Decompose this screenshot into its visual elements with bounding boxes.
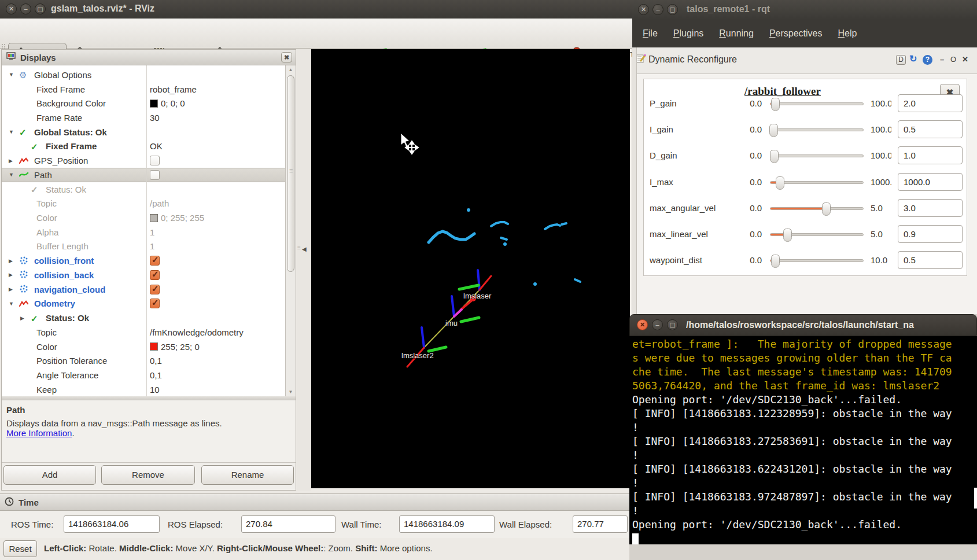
tree-row-angle-tolerance[interactable]: Angle Tolerance0,1: [2, 368, 296, 382]
slider-thumb[interactable]: [770, 150, 779, 163]
terminal-output[interactable]: et=robot_frame ]: The majority of droppe…: [629, 336, 977, 544]
maximize-icon[interactable]: ▢: [35, 3, 46, 14]
tree-row-value[interactable]: [150, 170, 160, 180]
time-panel-header[interactable]: Time: [0, 493, 632, 511]
close-icon[interactable]: ✕: [638, 4, 649, 15]
terminal-titlebar[interactable]: ✕ – ▢ /home/talos/rosworkspace/src/talos…: [629, 314, 977, 336]
chevron-right-icon[interactable]: ▶: [9, 258, 13, 264]
tree-row-value[interactable]: 0; 255; 255: [150, 213, 204, 223]
slider-thumb[interactable]: [783, 229, 792, 242]
tree-row-topic[interactable]: Topic/path: [2, 196, 296, 211]
tree-row-value[interactable]: 1: [150, 241, 154, 251]
add-button[interactable]: Add: [3, 465, 96, 485]
tree-row-value[interactable]: 10: [150, 385, 160, 395]
tree-row-value[interactable]: /path: [150, 198, 169, 208]
collapse-panel-icon[interactable]: ◀: [302, 246, 307, 252]
checkbox-checked[interactable]: [150, 299, 160, 308]
tree-row-fixed-frame[interactable]: Fixed Framerobot_frame: [2, 82, 296, 97]
ros-elapsed-input[interactable]: 270.84: [241, 515, 336, 533]
menu-plugins[interactable]: Plugins: [673, 28, 703, 39]
dock-minimize-icon[interactable]: –: [940, 55, 944, 64]
checkbox-checked[interactable]: [150, 270, 160, 280]
tree-row-value[interactable]: [150, 270, 160, 280]
param-slider[interactable]: [770, 233, 864, 236]
tree-row-fixed-frame[interactable]: ✓Fixed FrameOK: [2, 139, 296, 154]
minimize-icon[interactable]: –: [20, 3, 31, 14]
scroll-down-icon[interactable]: ▼: [287, 389, 294, 395]
tree-row-buffer-length[interactable]: Buffer Length1: [2, 240, 296, 254]
terminal-scrollbar[interactable]: [974, 488, 977, 509]
chevron-right-icon[interactable]: ▶: [9, 272, 13, 278]
param-slider[interactable]: [770, 154, 864, 157]
ros-time-input[interactable]: 1418663184.06: [64, 515, 160, 533]
tree-row-value[interactable]: OK: [150, 141, 163, 151]
reset-button[interactable]: Reset: [3, 540, 37, 557]
menu-help[interactable]: Help: [838, 28, 857, 39]
tree-row-status-ok[interactable]: ✓Status: Ok: [2, 182, 296, 197]
more-information-link[interactable]: More Information: [6, 428, 72, 438]
help-icon[interactable]: ?: [923, 55, 932, 65]
param-value-input[interactable]: 1000.0: [898, 173, 963, 191]
chevron-down-icon[interactable]: ▼: [9, 172, 14, 178]
remove-button[interactable]: Remove: [101, 465, 195, 485]
tree-row-background-color[interactable]: Background Color0; 0; 0: [2, 96, 296, 110]
param-value-input[interactable]: 0.5: [898, 120, 963, 138]
param-value-input[interactable]: 2.0: [898, 94, 963, 112]
rename-button[interactable]: Rename: [201, 465, 294, 485]
slider-thumb[interactable]: [776, 176, 784, 190]
tree-row-alpha[interactable]: Alpha1: [2, 225, 296, 240]
param-value-input[interactable]: 3.0: [898, 199, 963, 217]
refresh-icon[interactable]: ↻: [909, 53, 917, 64]
checkbox-checked[interactable]: [150, 256, 160, 266]
tree-row-frame-rate[interactable]: Frame Rate30: [2, 110, 296, 125]
tree-column-divider[interactable]: [146, 65, 147, 396]
tree-row-value[interactable]: /fmKnowledge/odometry: [150, 327, 244, 337]
minimize-icon[interactable]: –: [652, 319, 663, 330]
menu-perspectives[interactable]: Perspectives: [769, 28, 823, 39]
chevron-right-icon[interactable]: ▶: [20, 315, 24, 321]
chevron-right-icon[interactable]: ▶: [9, 286, 13, 292]
close-icon[interactable]: ✕: [637, 319, 648, 330]
param-slider[interactable]: [770, 259, 864, 262]
tree-row-topic[interactable]: Topic/fmKnowledge/odometry: [2, 325, 296, 340]
param-value-input[interactable]: 0.9: [898, 225, 963, 243]
checkbox-unchecked[interactable]: [150, 170, 160, 180]
slider-thumb[interactable]: [822, 202, 831, 216]
tree-row-position-tolerance[interactable]: Position Tolerance0,1: [2, 353, 296, 368]
menu-running[interactable]: Running: [719, 28, 754, 39]
scroll-up-icon[interactable]: ▲: [287, 67, 294, 72]
rviz-titlebar[interactable]: ✕ – ▢ gslam_talos.rviz* - RViz: [0, 0, 632, 19]
tree-row-value[interactable]: 1: [150, 227, 154, 237]
tree-row-collision-front[interactable]: ▶collision_front: [2, 253, 296, 268]
checkbox-unchecked[interactable]: [150, 156, 160, 165]
tree-row-value[interactable]: 0; 0; 0: [150, 98, 185, 108]
slider-thumb[interactable]: [771, 98, 780, 111]
displays-close-button[interactable]: ✖: [281, 52, 292, 62]
tree-row-gps-position[interactable]: ▶GPS_Position: [2, 153, 296, 168]
dock-restore-icon[interactable]: O: [950, 55, 956, 64]
param-slider[interactable]: [770, 181, 864, 184]
tree-row-value[interactable]: [150, 256, 160, 266]
tree-row-value[interactable]: 255; 25; 0: [150, 342, 200, 352]
tree-row-status-ok[interactable]: ▶✓Status: Ok: [2, 311, 296, 325]
maximize-icon[interactable]: ▢: [667, 319, 678, 330]
dynamic-reconfigure-header[interactable]: Dynamic Reconfigure D ↻ ? – O ✕: [632, 47, 977, 74]
tree-row-navigation-cloud[interactable]: ▶navigation_cloud: [2, 282, 296, 297]
param-slider[interactable]: [770, 102, 864, 105]
tree-row-path[interactable]: ▼Path: [2, 168, 296, 182]
chevron-down-icon[interactable]: ▼: [9, 72, 14, 78]
slider-thumb[interactable]: [769, 124, 778, 137]
tree-row-value[interactable]: [150, 285, 160, 294]
close-icon[interactable]: ✕: [6, 3, 17, 14]
tree-row-keep[interactable]: Keep10: [2, 382, 296, 396]
param-value-input[interactable]: 1.0: [898, 146, 963, 164]
param-value-input[interactable]: 0.5: [898, 251, 963, 269]
minimize-icon[interactable]: –: [652, 4, 663, 15]
wall-elapsed-input[interactable]: 270.77: [573, 515, 628, 533]
dock-d-icon[interactable]: D: [896, 55, 906, 65]
displays-panel-header[interactable]: Displays ✖: [2, 50, 296, 65]
maximize-icon[interactable]: ▢: [667, 4, 678, 15]
splitter-grip[interactable]: ≡: [297, 245, 301, 251]
slider-thumb[interactable]: [771, 255, 780, 268]
tree-row-global-options[interactable]: ▼⚙Global Options: [2, 68, 296, 82]
